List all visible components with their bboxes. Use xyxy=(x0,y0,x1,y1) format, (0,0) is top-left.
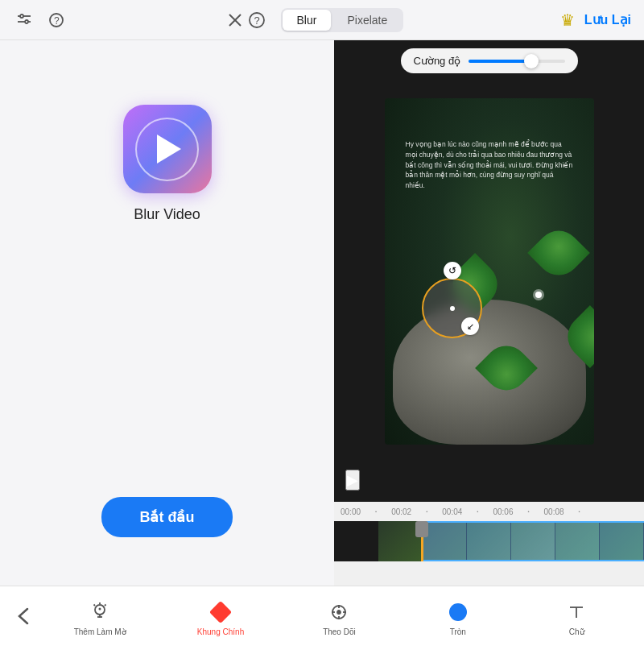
nav-item-theo-doi[interactable]: Theo Dõi xyxy=(315,601,363,636)
time-mark-2: 00:02 xyxy=(391,507,411,516)
top-bar: ? ? Blur Pixelate ♛ Lưu Lại xyxy=(0,0,644,40)
text-icon xyxy=(565,601,588,623)
timeline-spacer xyxy=(334,561,644,586)
settings-icon[interactable] xyxy=(13,9,35,31)
blur-circle[interactable]: ↺ ↙ xyxy=(422,278,482,338)
play-button[interactable]: ▶ xyxy=(345,470,360,491)
svg-text:?: ? xyxy=(54,15,60,27)
time-mark-0: 00:00 xyxy=(341,507,361,516)
nav-label-them-lam-mo: Thêm Làm Mờ xyxy=(74,627,126,636)
start-button[interactable]: Bắt đầu xyxy=(101,497,233,537)
time-dot-2: • xyxy=(426,509,427,514)
left-panel: Blur Video Bắt đầu xyxy=(0,40,334,586)
nav-item-khung-chinh[interactable]: Khung Chính xyxy=(196,601,245,636)
intensity-label: Cường độ xyxy=(414,55,461,67)
cursor-head xyxy=(415,521,428,537)
time-mark-4: 00:04 xyxy=(442,507,462,516)
nav-label-khung-chinh: Khung Chính xyxy=(197,627,244,636)
center-dot xyxy=(450,306,455,311)
main-content: Blur Video Bắt đầu Cường độ Hy vọng bạn … xyxy=(0,40,644,586)
tab-pixelate[interactable]: Pixelate xyxy=(332,10,402,31)
top-bar-left: ? xyxy=(13,9,68,31)
blur-range-bar[interactable] xyxy=(421,521,644,561)
time-mark-8: 00:08 xyxy=(544,507,564,516)
time-dot-4: • xyxy=(527,509,529,514)
circle-icon xyxy=(447,601,469,623)
video-text-overlay: Hy vọng bạn lúc nào cũng mạnh mẽ để bước… xyxy=(406,139,573,191)
right-panel: Cường độ Hy vọng bạn lúc nào cũng mạnh m… xyxy=(334,40,644,586)
intensity-fill xyxy=(469,60,531,63)
help-icon[interactable]: ? xyxy=(45,9,68,31)
intensity-thumb[interactable] xyxy=(524,54,539,68)
crosshair-icon xyxy=(328,601,350,623)
timeline-area: 00:00 • 00:02 • 00:04 • 00:06 • 00:08 • xyxy=(334,502,644,586)
nav-item-tron[interactable]: Tròn xyxy=(434,601,482,636)
bottom-nav: Thêm Làm Mờ Khung Chính Theo Dõi xyxy=(0,586,644,650)
frame-1 xyxy=(334,521,378,561)
back-button[interactable] xyxy=(8,601,39,636)
app-title: Blur Video xyxy=(134,206,200,223)
time-dot-1: • xyxy=(375,509,377,514)
app-icon xyxy=(123,105,212,193)
time-dot-5: • xyxy=(579,509,580,514)
anchor-point xyxy=(535,292,542,298)
svg-text:?: ? xyxy=(254,14,259,27)
save-button[interactable]: Lưu Lại xyxy=(584,12,631,27)
time-ruler: 00:00 • 00:02 • 00:04 • 00:06 • 00:08 • xyxy=(334,502,644,521)
svg-point-22 xyxy=(337,611,341,614)
video-preview: Hy vọng bạn lúc nào cũng mạnh mẽ để bước… xyxy=(385,98,594,445)
nav-label-theo-doi: Theo Dõi xyxy=(323,627,356,636)
time-mark-6: 00:06 xyxy=(493,507,513,516)
close-button[interactable] xyxy=(225,10,246,31)
timeline-track[interactable] xyxy=(334,521,644,561)
time-dot-3: • xyxy=(477,509,478,514)
nav-label-chu: Chữ xyxy=(569,627,584,636)
diamond-icon xyxy=(209,601,232,623)
intensity-slider[interactable] xyxy=(469,60,564,63)
svg-point-3 xyxy=(25,20,28,23)
top-bar-center: ? Blur Pixelate xyxy=(225,8,404,32)
svg-line-15 xyxy=(105,604,106,606)
app-logo-area: Blur Video xyxy=(123,105,212,223)
nav-item-chu[interactable]: Chữ xyxy=(552,601,601,636)
video-area: Cường độ Hy vọng bạn lúc nào cũng mạnh m… xyxy=(334,40,644,502)
scene: Hy vọng bạn lúc nào cũng mạnh mẽ để bước… xyxy=(385,98,594,445)
play-icon xyxy=(157,135,181,164)
timeline-cursor[interactable] xyxy=(421,521,423,561)
nav-item-them-lam-mo[interactable]: Thêm Làm Mờ xyxy=(74,601,126,636)
tab-blur[interactable]: Blur xyxy=(283,10,332,31)
filter-tab-group: Blur Pixelate xyxy=(281,8,404,32)
lamp-icon xyxy=(89,601,111,623)
rotate-handle[interactable]: ↺ xyxy=(444,262,461,279)
svg-point-16 xyxy=(99,607,101,610)
nav-items: Thêm Làm Mờ Khung Chính Theo Dõi xyxy=(39,601,636,636)
svg-line-14 xyxy=(94,604,96,606)
svg-point-1 xyxy=(20,14,23,18)
top-bar-right: ♛ Lưu Lại xyxy=(560,10,631,30)
crown-icon: ♛ xyxy=(560,10,575,30)
nav-label-tron: Tròn xyxy=(450,627,466,636)
help-button[interactable]: ? xyxy=(246,9,268,31)
intensity-control: Cường độ xyxy=(401,48,578,73)
